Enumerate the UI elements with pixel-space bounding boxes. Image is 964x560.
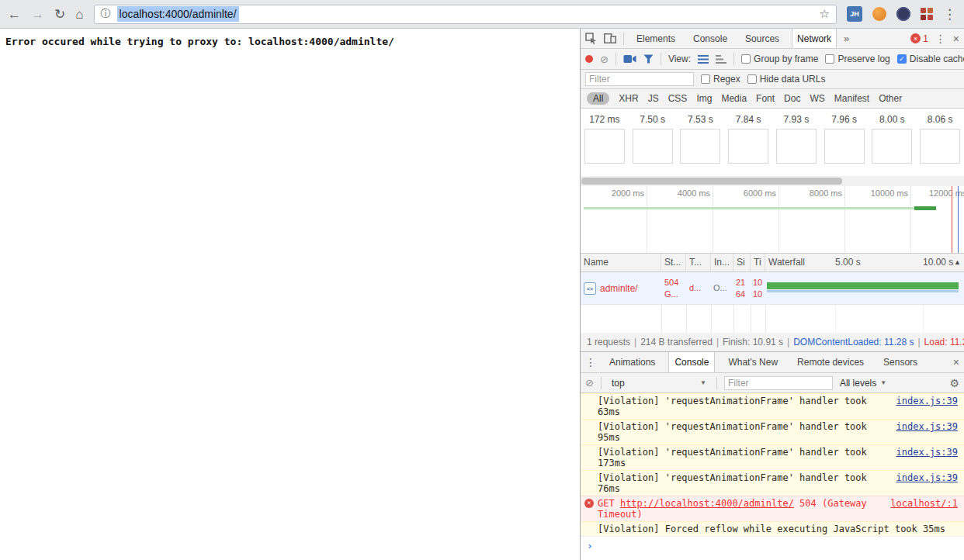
- tab-sources[interactable]: Sources: [740, 29, 785, 48]
- filmstrip-time: 7.53 s: [688, 114, 713, 125]
- console-source-link[interactable]: index.js:39: [896, 472, 958, 483]
- group-by-frame-checkbox[interactable]: Group by frame: [741, 54, 818, 64]
- device-toolbar-icon[interactable]: [604, 33, 616, 43]
- drawer-menu-icon[interactable]: ⋮: [585, 356, 596, 368]
- filter-funnel-icon[interactable]: [643, 54, 654, 64]
- filmstrip-frame[interactable]: [920, 129, 960, 164]
- large-rows-icon[interactable]: [716, 55, 726, 64]
- console-message-text: [Violation] Forced reflow while executin…: [598, 524, 945, 534]
- execution-context-select[interactable]: top ▼: [609, 378, 709, 389]
- type-filter-font[interactable]: Font: [756, 93, 775, 104]
- extension-orange-icon[interactable]: [872, 7, 886, 21]
- column-name[interactable]: Name: [581, 254, 661, 271]
- console-prompt[interactable]: ›: [581, 536, 964, 555]
- disable-cache-label: Disable cache: [910, 54, 964, 64]
- tab-elements[interactable]: Elements: [631, 29, 681, 48]
- request-initiator[interactable]: O...: [713, 283, 732, 292]
- forward-button[interactable]: →: [31, 8, 44, 21]
- network-toolbar: ⊘ View: Group by frame Preserve log ✓Dis…: [581, 49, 964, 70]
- refresh-button[interactable]: ↻: [54, 8, 65, 21]
- extension-jh-icon[interactable]: JH: [847, 6, 862, 22]
- tab-console[interactable]: Console: [688, 29, 733, 48]
- screenshot-camera-icon[interactable]: [623, 54, 636, 64]
- console-source-link[interactable]: index.js:39: [896, 421, 958, 432]
- more-tabs-icon[interactable]: »: [844, 33, 849, 44]
- browser-menu-icon[interactable]: ⋮: [943, 8, 956, 21]
- log-level-select[interactable]: All levels ▼: [840, 378, 886, 389]
- type-filter-manifest[interactable]: Manifest: [834, 93, 869, 104]
- extension-globe-icon[interactable]: [896, 7, 910, 21]
- type-filter-img[interactable]: Img: [696, 93, 712, 104]
- clear-console-icon[interactable]: ⊘: [585, 377, 594, 389]
- console-source-link[interactable]: index.js:39: [896, 396, 958, 406]
- drawer-tab-whats-new[interactable]: What's New: [722, 352, 784, 372]
- extension-grid-icon[interactable]: [921, 8, 933, 20]
- console-messages: index.js:39 [Violation] 'requestAnimatio…: [581, 393, 964, 560]
- filmstrip-frame[interactable]: [776, 129, 817, 164]
- devtools-close-icon[interactable]: ×: [953, 33, 959, 45]
- console-source-link[interactable]: index.js:39: [896, 447, 958, 458]
- drawer-tab-animations[interactable]: Animations: [603, 352, 661, 372]
- scrubber-thumb[interactable]: [581, 178, 842, 185]
- drawer-tab-console[interactable]: Console: [668, 352, 715, 372]
- column-status[interactable]: St...: [661, 254, 686, 271]
- preserve-log-checkbox[interactable]: Preserve log: [825, 54, 889, 64]
- home-button[interactable]: ⌂: [75, 8, 83, 21]
- drawer-tabbar: ⋮ Animations Console What's New Remote d…: [581, 352, 964, 373]
- back-button[interactable]: ←: [8, 8, 21, 21]
- console-source-link[interactable]: localhost/:1: [890, 498, 958, 509]
- timeline-gridline: [647, 186, 647, 253]
- console-filter-input[interactable]: [724, 376, 833, 390]
- column-initiator[interactable]: In...: [711, 254, 733, 271]
- regex-checkbox[interactable]: Regex: [701, 74, 740, 85]
- type-filter-other[interactable]: Other: [879, 93, 902, 104]
- devtools-menu-icon[interactable]: ⋮: [935, 33, 946, 45]
- timeline-tick: 10000 ms: [863, 188, 908, 198]
- tab-network[interactable]: Network: [792, 29, 837, 48]
- filmstrip-frame[interactable]: [728, 129, 768, 164]
- load-event-line: [952, 186, 952, 253]
- drawer-close-icon[interactable]: ×: [953, 356, 959, 368]
- log-level-value: All levels: [840, 378, 876, 389]
- type-filter-ws[interactable]: WS: [810, 93, 824, 104]
- filmstrip-frame[interactable]: [824, 129, 865, 164]
- summary-domcontentloaded: DOMContentLoaded: 11.28 s: [793, 337, 914, 347]
- drawer-tab-remote-devices[interactable]: Remote devices: [791, 352, 870, 372]
- list-view-icon[interactable]: [698, 55, 709, 64]
- bookmark-star-icon[interactable]: ☆: [820, 7, 830, 21]
- timeline-overview[interactable]: 2000 ms 4000 ms 6000 ms 8000 ms 10000 ms…: [581, 186, 964, 254]
- column-size[interactable]: Si: [733, 254, 751, 271]
- clear-requests-icon[interactable]: ⊘: [600, 54, 609, 65]
- network-filter-input[interactable]: [585, 72, 694, 86]
- type-filter-all[interactable]: All: [587, 92, 609, 105]
- column-waterfall[interactable]: Waterfall 5.00 s 10.00 s ▲: [765, 254, 964, 271]
- inspect-element-icon[interactable]: [585, 33, 597, 44]
- column-time[interactable]: Ti: [751, 254, 765, 271]
- hide-data-urls-checkbox[interactable]: Hide data URLs: [747, 74, 826, 85]
- drawer-tab-sensors[interactable]: Sensors: [877, 352, 924, 372]
- type-filter-doc[interactable]: Doc: [784, 93, 800, 104]
- url-text[interactable]: localhost:4000/adminlte/: [117, 6, 239, 22]
- filmstrip-time: 172 ms: [589, 114, 619, 125]
- filmstrip-frame[interactable]: [584, 129, 625, 164]
- preserve-log-label: Preserve log: [837, 54, 889, 64]
- info-icon[interactable]: ⓘ: [101, 7, 111, 21]
- disable-cache-checkbox[interactable]: ✓Disable cache: [897, 54, 964, 64]
- console-error-url[interactable]: http://localhost:4000/adminlte/: [620, 498, 794, 509]
- type-filter-js[interactable]: JS: [648, 93, 659, 104]
- column-type[interactable]: T...: [686, 254, 711, 271]
- request-row[interactable]: <> adminlte/ 504 G... d... O... 21 64 10…: [581, 272, 964, 305]
- filmstrip-frame[interactable]: [680, 129, 720, 164]
- error-count-badge[interactable]: × 1: [910, 33, 928, 44]
- filmstrip-frame[interactable]: [872, 129, 912, 164]
- console-settings-gear-icon[interactable]: ⚙: [949, 377, 959, 389]
- type-filter-xhr[interactable]: XHR: [619, 93, 638, 104]
- filmstrip-scrubber[interactable]: [581, 176, 964, 186]
- record-button[interactable]: [585, 55, 593, 63]
- address-bar[interactable]: ⓘ localhost:4000/adminlte/ ☆: [94, 5, 837, 24]
- type-filter-media[interactable]: Media: [721, 93, 747, 104]
- filmstrip-frame[interactable]: [633, 129, 673, 164]
- request-name[interactable]: adminlte/: [600, 283, 661, 294]
- prompt-chevron-icon: ›: [587, 540, 593, 551]
- type-filter-css[interactable]: CSS: [668, 93, 688, 104]
